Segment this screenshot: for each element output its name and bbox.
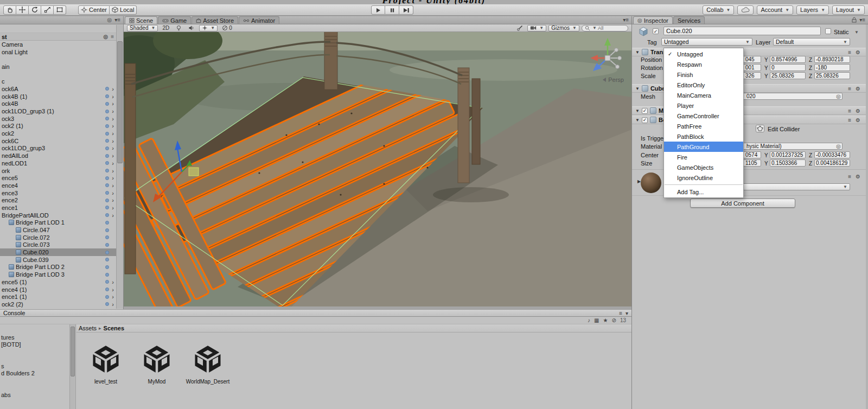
hierarchy-item[interactable]: ence3› [0,189,123,197]
presets-icon[interactable]: ≡ [848,174,851,180]
hierarchy-item[interactable]: Bridge Part LOD 1› [0,219,123,227]
size-z-field[interactable]: 0.004186129 [814,159,850,167]
prefab-open-arrow-icon[interactable]: › [112,205,114,210]
project-item[interactable]: MyMod [135,344,178,385]
gear-icon[interactable]: ⚙ [856,174,860,180]
size-y-field[interactable]: 0.1503366 [770,159,806,167]
presets-icon[interactable]: ≡ [848,86,851,92]
persp-toggle[interactable]: Persp [603,76,624,83]
hierarchy-item[interactable]: ain› [0,63,123,71]
cloud-button[interactable] [737,5,754,15]
foldout-icon[interactable]: ▼ [635,108,640,113]
prefab-open-arrow-icon[interactable]: › [112,145,114,151]
tag-menu-item[interactable]: PathFree [664,121,743,131]
edit-collider-button[interactable] [756,125,764,132]
prefab-open-arrow-icon[interactable]: › [112,138,114,144]
presets-icon[interactable]: ≡ [848,49,851,55]
gear-icon[interactable]: ⚙ [856,117,860,123]
prefab-open-arrow-icon[interactable]: › [112,161,114,166]
prefab-open-arrow-icon[interactable]: › [112,197,114,203]
prefab-open-arrow-icon[interactable]: › [112,175,114,181]
hierarchy-item[interactable]: onal Light› [0,48,123,56]
scene-options-icon[interactable]: ◎ [103,34,108,40]
tag-menu-item[interactable]: GameObjects [664,162,743,172]
hierarchy-item[interactable]: ock1LOD_grup3 (1)› [0,107,123,115]
gear-icon[interactable]: ⚙ [856,108,860,114]
tag-menu-item[interactable]: Respawn [664,59,743,69]
hierarchy-item[interactable]: Circle.072› [0,234,123,241]
panel-menu-icon[interactable]: ▾≡ [623,17,629,23]
component-enabled-checkbox[interactable]: ✓ [642,117,648,123]
hierarchy-item[interactable]: BridgePartAllLOD› [0,212,123,219]
gear-icon[interactable]: ⚙ [856,86,860,92]
hierarchy-item[interactable]: ock2 (1)› [0,123,123,130]
prefab-open-arrow-icon[interactable]: › [112,153,114,158]
scene-tools-button[interactable] [514,25,525,31]
prefab-open-arrow-icon[interactable]: › [112,94,114,99]
rotation-y-field[interactable]: 0 [770,64,806,71]
object-picker-icon[interactable]: ◎ [836,93,841,99]
presets-icon[interactable]: ≡ [848,117,851,123]
scene-header-row[interactable]: st ◎≡ [0,33,123,41]
project-item[interactable]: WorldMap_Desert [186,344,229,385]
console-caret-icon[interactable]: ▾ [626,310,628,316]
component-enabled-checkbox[interactable]: ✓ [642,108,648,114]
hierarchy-item[interactable]: Camera› [0,41,123,48]
hierarchy-item[interactable]: c› [0,78,123,85]
foldout-icon[interactable]: ▼ [635,50,640,55]
rotation-z-field[interactable]: -180 [814,64,850,71]
scene-search-input[interactable]: ▼All [582,25,628,31]
object-picker-icon[interactable]: ◎ [836,143,841,149]
presets-icon[interactable]: ≡ [848,108,851,114]
folder-item[interactable]: s [0,362,69,369]
move-tool-button[interactable] [16,5,29,15]
tag-menu-item[interactable]: GameController [664,111,743,121]
prefab-open-arrow-icon[interactable]: › [112,279,114,285]
tab-scene[interactable]: Scene [125,16,157,24]
hierarchy-item[interactable]: Circle.047› [0,226,123,234]
hierarchy-scrollbar[interactable] [116,25,123,309]
position-y-field[interactable]: 0.8574996 [770,56,806,63]
lock-icon[interactable] [852,17,857,23]
project-item[interactable]: level_test [84,344,127,385]
gear-icon[interactable]: ⚙ [856,49,860,55]
position-z-field[interactable]: -0.8930218 [814,56,850,63]
account-button[interactable]: Account▼ [757,5,793,15]
folder-item[interactable]: d Boulders 2 [0,369,69,376]
scrollbar-thumb[interactable] [71,327,75,376]
prefab-open-arrow-icon[interactable]: › [112,108,114,114]
hierarchy-item[interactable]: ence1 (1)› [0,293,123,301]
scene-orientation-gizmo[interactable] [586,34,629,78]
hierarchy-item[interactable]: ence1› [0,204,123,212]
inspector-scrollbar[interactable] [866,24,868,409]
add-component-button[interactable]: Add Component [690,199,795,208]
prefab-open-arrow-icon[interactable]: › [112,190,114,196]
folder-item[interactable]: abs [0,391,69,398]
center-z-field[interactable]: -0.00033476 [814,151,850,158]
tab-game[interactable]: Game [158,16,191,24]
folder-item[interactable]: tures [0,334,69,341]
tag-menu-item[interactable]: ✓Untagged [664,49,743,59]
tag-menu-item[interactable]: IgnoreOutline [664,172,743,183]
panel-menu-icon[interactable]: ▾≡ [859,17,865,23]
hierarchy-item[interactable]: ence2› [0,196,123,204]
active-checkbox[interactable]: ✓ [653,28,659,34]
hierarchy-item[interactable]: Bridge Part LOD 2› [0,264,123,271]
scale-tool-button[interactable] [41,5,54,15]
tab-animator[interactable]: Animator [239,16,279,24]
layers-button[interactable]: Layers▼ [796,5,829,15]
hierarchy-item[interactable]: Bridge Part LOD 3› [0,271,123,278]
hierarchy-item[interactable]: ock6C› [0,137,123,145]
scene-viewport[interactable]: Persp [124,32,631,306]
hierarchy-item[interactable]: ence4› [0,182,123,189]
tag-dropdown[interactable]: Untagged▼ [661,38,752,46]
breadcrumb-assets[interactable]: Assets [79,325,97,331]
folder-item[interactable]: [BOTD] [0,341,69,348]
tag-menu-item[interactable]: PathBlock [664,131,743,142]
scene-menu-icon[interactable]: ≡ [111,34,114,40]
hierarchy-item[interactable]: Cube.039› [0,256,123,264]
tag-menu-item[interactable]: Add Tag... [664,187,743,197]
project-tree-scrollbar[interactable] [69,324,76,409]
scrollbar-thumb[interactable] [117,41,123,163]
gameobject-name-field[interactable]: Cube.020 [663,27,821,35]
